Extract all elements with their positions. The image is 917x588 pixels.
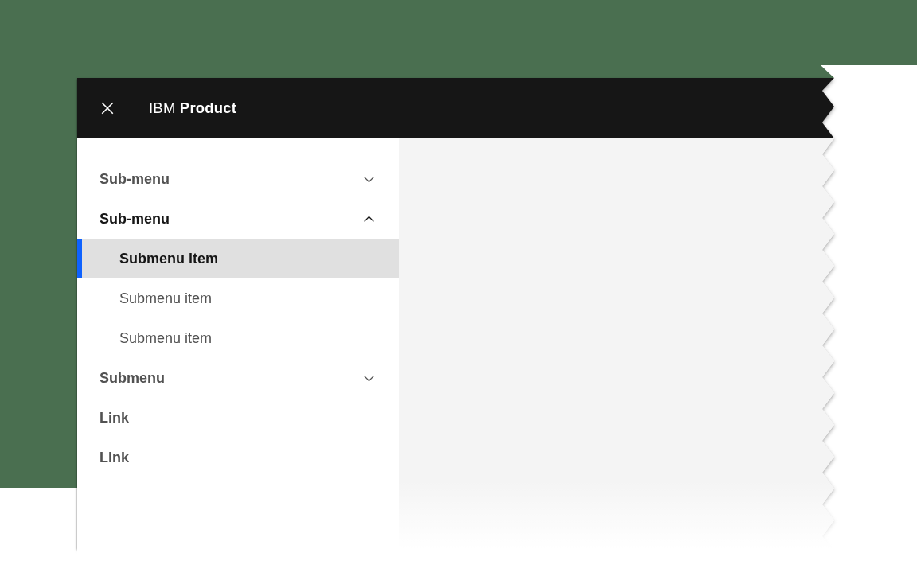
- sidenav-submenu-toggle-3[interactable]: Submenu: [77, 358, 399, 398]
- sidenav-item-label: Link: [100, 410, 376, 426]
- window-body: Sub-menu Sub-menu: [77, 138, 834, 549]
- sidenav-submenu-toggle-1[interactable]: Sub-menu: [77, 159, 399, 199]
- sidenav-item-label: Sub-menu: [100, 171, 362, 188]
- brand-prefix: IBM: [149, 99, 176, 116]
- chevron-down-icon: [362, 372, 376, 385]
- sidenav-link-2[interactable]: Link: [77, 438, 399, 477]
- app-window: IBM Product Sub-menu Sub: [77, 78, 834, 549]
- side-navigation: Sub-menu Sub-menu: [77, 138, 399, 549]
- close-menu-button[interactable]: [77, 78, 137, 138]
- sidenav-submenu-item[interactable]: Submenu item: [77, 318, 399, 358]
- sidenav-submenu-toggle-2[interactable]: Sub-menu: [77, 199, 399, 239]
- ui-shell-header: IBM Product: [77, 78, 834, 138]
- sidenav-submenu-item[interactable]: Submenu item: [77, 278, 399, 318]
- sidenav-item-label: Link: [100, 450, 376, 466]
- header-brand-title: IBM Product: [149, 99, 236, 117]
- sidenav-item-label: Submenu item: [119, 251, 376, 267]
- torn-edge-backdrop: [821, 65, 917, 588]
- close-icon: [100, 101, 115, 115]
- app-window-clipped: IBM Product Sub-menu Sub: [77, 78, 834, 549]
- page-canvas: IBM Product Sub-menu Sub: [0, 0, 917, 588]
- content-area: [399, 138, 834, 549]
- sidenav-item-label: Submenu item: [119, 330, 376, 347]
- sidenav-link-1[interactable]: Link: [77, 398, 399, 438]
- sidenav-item-label: Sub-menu: [100, 211, 362, 228]
- brand-product-name: Product: [180, 99, 236, 116]
- chevron-up-icon: [362, 212, 376, 226]
- sidenav-item-label: Submenu item: [119, 290, 376, 307]
- sidenav-submenu-item-selected[interactable]: Submenu item: [77, 239, 399, 278]
- sidenav-item-label: Submenu: [100, 370, 362, 387]
- chevron-down-icon: [362, 173, 376, 186]
